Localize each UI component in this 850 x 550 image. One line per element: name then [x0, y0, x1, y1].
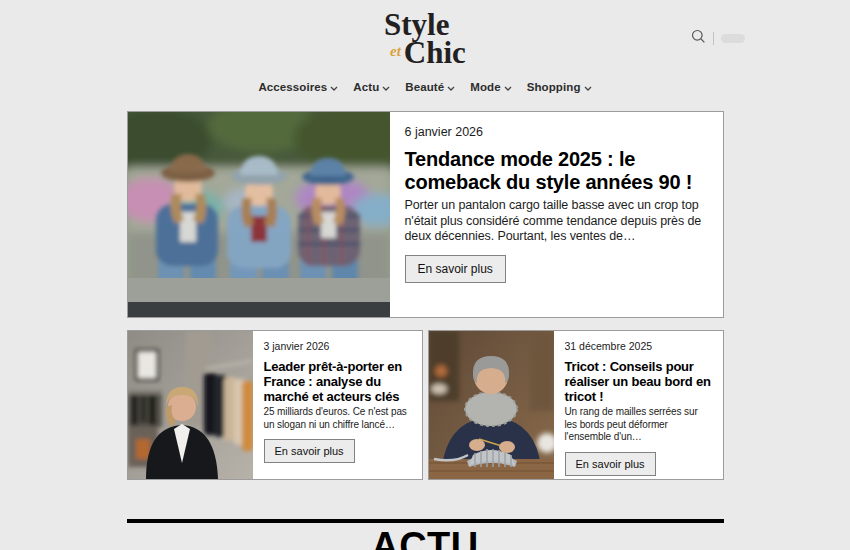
hero-read-more-button[interactable]: En savoir plus: [405, 255, 506, 283]
article-date: 31 décembre 2025: [565, 340, 712, 352]
nav-item-accessoires[interactable]: Accessoires: [258, 81, 338, 93]
hero-article-excerpt: Porter un pantalon cargo taille basse av…: [405, 198, 708, 245]
header-tools: [691, 29, 745, 47]
section-title-actu: ACTU: [127, 525, 724, 550]
hero-article-date: 6 janvier 2026: [405, 125, 708, 139]
article-excerpt: Un rang de mailles serrées sur les bords…: [565, 406, 712, 444]
chevron-down-icon: [447, 81, 455, 93]
header-divider: [713, 32, 714, 45]
hero-article-card: 6 janvier 2026 Tendance mode 2025 : le c…: [127, 111, 724, 318]
section-divider: [127, 519, 724, 523]
site-logo[interactable]: Style etChic: [380, 9, 470, 68]
chevron-down-icon: [504, 81, 512, 93]
article-card-tricot: 31 décembre 2025 Tricot : Conseils pour …: [428, 330, 724, 480]
main-nav: Accessoires Actu Beauté Mode Shopping: [0, 81, 850, 93]
article-body: 3 janvier 2026 Leader prêt-à-porter en F…: [253, 331, 422, 479]
nav-item-beaute[interactable]: Beauté: [405, 81, 455, 93]
hero-article-title[interactable]: Tendance mode 2025 : le comeback du styl…: [405, 148, 708, 194]
actu-section-header: ACTU: [127, 519, 724, 550]
article-date: 3 janvier 2026: [264, 340, 411, 352]
article-title[interactable]: Tricot : Conseils pour réaliser un beau …: [565, 359, 712, 404]
article-image-store[interactable]: [128, 331, 253, 479]
search-icon: [691, 29, 706, 47]
chevron-down-icon: [330, 81, 338, 93]
article-cards-row: 3 janvier 2026 Leader prêt-à-porter en F…: [127, 330, 724, 480]
chevron-down-icon: [382, 81, 390, 93]
main-content: 6 janvier 2026 Tendance mode 2025 : le c…: [127, 111, 724, 550]
article-image-knitting[interactable]: [429, 331, 554, 479]
site-header: Style etChic: [0, 0, 850, 68]
nav-item-mode[interactable]: Mode: [470, 81, 511, 93]
logo-et-text: et: [390, 43, 401, 59]
read-more-button[interactable]: En savoir plus: [565, 452, 656, 476]
article-excerpt: 25 milliards d'euros. Ce n'est pas un sl…: [264, 406, 411, 431]
nav-item-actu[interactable]: Actu: [353, 81, 390, 93]
article-body: 31 décembre 2025 Tricot : Conseils pour …: [554, 331, 723, 479]
logo-chic-text: Chic: [404, 35, 466, 70]
hero-article-body: 6 janvier 2026 Tendance mode 2025 : le c…: [390, 112, 723, 317]
article-title[interactable]: Leader prêt-à-porter en France : analyse…: [264, 359, 411, 404]
header-pill-toggle[interactable]: [721, 34, 745, 43]
search-button[interactable]: [691, 29, 706, 47]
hero-article-image[interactable]: [128, 112, 390, 317]
nav-item-shopping[interactable]: Shopping: [527, 81, 592, 93]
article-card-pret-a-porter: 3 janvier 2026 Leader prêt-à-porter en F…: [127, 330, 423, 480]
read-more-button[interactable]: En savoir plus: [264, 439, 355, 463]
chevron-down-icon: [584, 81, 592, 93]
